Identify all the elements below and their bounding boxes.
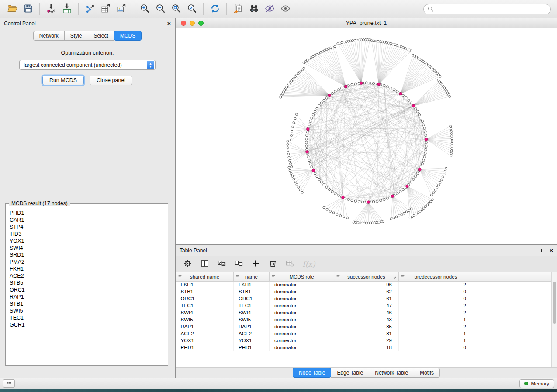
cell[interactable]: FKH1 bbox=[234, 281, 270, 288]
zoom-out-button[interactable] bbox=[152, 2, 168, 17]
result-item[interactable]: PMA2 bbox=[10, 258, 164, 265]
table-row[interactable]: SWI5SWI5connector431 bbox=[176, 316, 551, 323]
close-panel-icon[interactable]: × bbox=[167, 21, 171, 26]
cell[interactable]: 18 bbox=[334, 344, 399, 351]
column-header-name[interactable]: name bbox=[234, 272, 270, 281]
tab-network-table[interactable]: Network Table bbox=[369, 368, 414, 378]
cell[interactable]: RAP1 bbox=[234, 323, 270, 330]
cell[interactable]: TEC1 bbox=[176, 302, 234, 309]
cell[interactable]: 47 bbox=[334, 302, 399, 309]
zoom-fit-button[interactable] bbox=[168, 2, 184, 17]
copy-style-button[interactable] bbox=[230, 2, 246, 17]
result-item[interactable]: TEC1 bbox=[10, 314, 164, 321]
scrollbar-thumb[interactable] bbox=[553, 282, 556, 324]
cell[interactable]: 1 bbox=[399, 316, 473, 323]
result-item[interactable]: SWI4 bbox=[10, 244, 164, 251]
run-mcds-button[interactable]: Run MCDS bbox=[42, 76, 84, 85]
show-all-button[interactable] bbox=[277, 2, 293, 17]
cell[interactable]: FKH1 bbox=[176, 281, 234, 288]
cell[interactable]: 0 bbox=[399, 344, 473, 351]
result-item[interactable]: RAP1 bbox=[10, 293, 164, 300]
tab-mcds[interactable]: MCDS bbox=[114, 31, 142, 41]
table-row[interactable]: STB1STB1dominator620 bbox=[176, 288, 551, 295]
refresh-view-button[interactable] bbox=[207, 2, 223, 17]
search-network-button[interactable] bbox=[246, 2, 262, 17]
network-canvas[interactable] bbox=[176, 28, 557, 244]
column-header-successor-nodes[interactable]: successor nodes bbox=[334, 272, 399, 281]
cell[interactable]: ORC1 bbox=[234, 295, 270, 302]
cell[interactable]: 62 bbox=[334, 288, 399, 295]
table-row[interactable]: FKH1FKH1dominator962 bbox=[176, 281, 551, 288]
result-item[interactable]: ACE2 bbox=[10, 272, 164, 279]
cell[interactable]: STB1 bbox=[234, 288, 270, 295]
cell[interactable]: connector bbox=[270, 337, 334, 344]
cell[interactable]: YOX1 bbox=[176, 337, 234, 344]
table-row[interactable]: RAP1RAP1dominator352 bbox=[176, 323, 551, 330]
delete-column-button[interactable] bbox=[267, 258, 279, 270]
cell[interactable]: PHD1 bbox=[234, 344, 270, 351]
cell[interactable]: 29 bbox=[334, 337, 399, 344]
result-item[interactable]: TID3 bbox=[10, 230, 164, 237]
result-item[interactable]: YOX1 bbox=[10, 237, 164, 244]
cell[interactable]: 46 bbox=[334, 309, 399, 316]
table-row[interactable]: SWI4SWI4dominator462 bbox=[176, 309, 551, 316]
panel-menu-button[interactable] bbox=[3, 379, 15, 388]
result-item[interactable]: FKH1 bbox=[10, 265, 164, 272]
close-table-panel-icon[interactable]: × bbox=[550, 248, 553, 253]
result-item[interactable]: CAR1 bbox=[10, 217, 164, 224]
cell[interactable]: connector bbox=[270, 316, 334, 323]
hide-selected-button[interactable] bbox=[262, 2, 277, 17]
cell[interactable]: dominator bbox=[270, 281, 334, 288]
cell[interactable]: STB1 bbox=[176, 288, 234, 295]
tab-node-table[interactable]: Node Table bbox=[293, 368, 332, 378]
cell[interactable]: 2 bbox=[399, 281, 473, 288]
select-all-rows-button[interactable] bbox=[216, 258, 228, 270]
close-panel-button[interactable]: Close panel bbox=[90, 76, 132, 85]
cell[interactable]: SWI4 bbox=[176, 309, 234, 316]
window-close-icon[interactable] bbox=[181, 21, 186, 26]
export-network-button[interactable] bbox=[82, 2, 98, 17]
window-maximize-icon[interactable] bbox=[198, 21, 204, 26]
result-item[interactable]: STP4 bbox=[10, 224, 164, 230]
table-scrollbar[interactable] bbox=[551, 272, 557, 367]
save-session-button[interactable] bbox=[20, 2, 36, 17]
cell[interactable]: 0 bbox=[399, 295, 473, 302]
tab-motifs[interactable]: Motifs bbox=[414, 368, 440, 378]
result-item[interactable]: GCR1 bbox=[10, 321, 164, 328]
cell[interactable]: dominator bbox=[270, 309, 334, 316]
deselect-all-rows-button[interactable] bbox=[233, 258, 245, 270]
show-columns-button[interactable] bbox=[199, 258, 211, 270]
cell[interactable]: RAP1 bbox=[176, 323, 234, 330]
float-panel-icon[interactable] bbox=[159, 22, 163, 25]
column-header-mcds-role[interactable]: MCDS role bbox=[270, 272, 334, 281]
optimization-criterion-select[interactable]: largest connected component (undirected)… bbox=[19, 60, 156, 70]
cell[interactable]: SWI4 bbox=[234, 309, 270, 316]
result-item[interactable]: SRD1 bbox=[10, 251, 164, 258]
memory-button[interactable]: Memory bbox=[519, 379, 554, 388]
open-session-button[interactable] bbox=[4, 2, 20, 17]
column-header-predecessor-nodes[interactable]: predecessor nodes bbox=[399, 272, 473, 281]
tab-edge-table[interactable]: Edge Table bbox=[331, 368, 369, 378]
cell[interactable]: connector bbox=[270, 330, 334, 337]
cell[interactable]: 2 bbox=[399, 323, 473, 330]
result-item[interactable]: ORC1 bbox=[10, 286, 164, 293]
float-table-panel-icon[interactable] bbox=[541, 249, 545, 252]
table-row[interactable]: TEC1TEC1connector472 bbox=[176, 302, 551, 309]
zoom-in-button[interactable] bbox=[137, 2, 152, 17]
cell[interactable]: YOX1 bbox=[234, 337, 270, 344]
zoom-selected-button[interactable] bbox=[184, 2, 200, 17]
cell[interactable]: ORC1 bbox=[176, 295, 234, 302]
table-row[interactable]: ACE2ACE2connector311 bbox=[176, 330, 551, 337]
cell[interactable]: 31 bbox=[334, 330, 399, 337]
cell[interactable]: ACE2 bbox=[176, 330, 234, 337]
import-table-file-button[interactable] bbox=[59, 2, 75, 17]
tab-network[interactable]: Network bbox=[33, 31, 65, 41]
cell[interactable]: 35 bbox=[334, 323, 399, 330]
table-row[interactable]: YOX1YOX1connector291 bbox=[176, 337, 551, 344]
table-row[interactable]: ORC1ORC1dominator610 bbox=[176, 295, 551, 302]
cell[interactable]: dominator bbox=[270, 288, 334, 295]
search-input[interactable] bbox=[436, 6, 547, 12]
cell[interactable]: 1 bbox=[399, 330, 473, 337]
cell[interactable]: 61 bbox=[334, 295, 399, 302]
column-header-shared-name[interactable]: shared name bbox=[176, 272, 234, 281]
